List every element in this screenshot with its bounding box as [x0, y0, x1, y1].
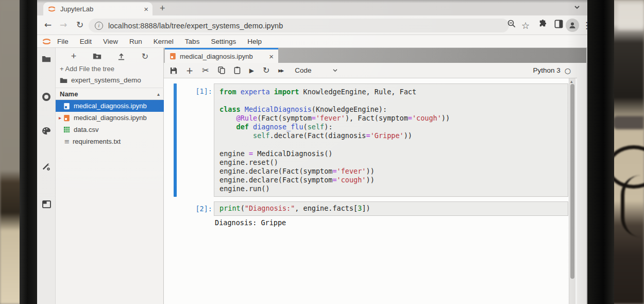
jupyter-logo-icon — [42, 37, 52, 46]
tab-strip-chevron-down-icon[interactable] — [574, 5, 580, 9]
file-row[interactable]: ≡ requirements.txt — [56, 136, 164, 147]
file-browser-panel — [56, 48, 164, 304]
sort-ascending-icon[interactable]: ▴ — [157, 91, 160, 97]
code-line: from experta import KnowledgeEngine, Rul… — [219, 88, 563, 96]
text-file-icon: ≡ — [63, 138, 71, 145]
code-line: engine = MedicalDiagnosis() — [219, 149, 563, 158]
browser-tab-title: JupyterLab — [60, 5, 144, 13]
forward-button[interactable]: → — [60, 20, 67, 30]
name-header-label: Name — [60, 90, 78, 98]
running-sessions-icon[interactable] — [41, 92, 52, 102]
file-name: medical_diagnosis.ipynb — [74, 114, 147, 122]
paste-cells-button[interactable] — [234, 66, 241, 74]
code-line: engine.reset() — [219, 158, 563, 167]
notebook-file-icon — [63, 114, 70, 122]
browser-tab[interactable]: JupyterLab × — [43, 2, 152, 15]
breadcrumb-folder-name: expert_systems_demo — [71, 76, 141, 84]
add-file-label[interactable]: + Add File the tree — [60, 65, 114, 73]
code-cell-input[interactable]: print("Diagnosis:", engine.facts[3]) — [214, 201, 568, 216]
url-text: localhost:8888/lab/tree/expert_systems_d… — [108, 22, 283, 30]
restart-run-all-button[interactable]: ▸▸ — [278, 66, 283, 74]
browser-menu-icon[interactable]: ⋮ — [582, 20, 587, 30]
cut-cells-button[interactable]: ✂ — [202, 65, 209, 75]
notebook-tab[interactable]: medical_diagnosis.ipynb × — [165, 48, 278, 63]
kernel-name[interactable]: Python 3 — [533, 66, 560, 74]
activity-bar — [37, 48, 56, 304]
reload-button[interactable]: ↻ — [76, 20, 83, 30]
menu-run[interactable]: Run — [124, 38, 148, 45]
menu-settings[interactable]: Settings — [205, 38, 242, 45]
cell-type-dropdown[interactable]: Code — [295, 66, 311, 74]
menu-kernel[interactable]: Kernel — [148, 38, 179, 45]
notebook-file-icon — [63, 103, 70, 110]
notebook-scrollbar-thumb[interactable] — [570, 84, 574, 279]
right-sidebar-strip — [586, 48, 587, 304]
zoom-icon[interactable] — [507, 19, 516, 28]
refresh-file-list-button[interactable]: ↻ — [142, 52, 148, 61]
laptop-bezel-left — [20, 0, 37, 304]
side-panel-icon[interactable] — [554, 20, 563, 28]
bookmark-star-icon[interactable]: ☆ — [521, 20, 530, 31]
new-launcher-button[interactable]: + — [71, 51, 77, 62]
file-name: medical_diagnosis.ipynb — [74, 102, 147, 110]
file-browser-toolbar: + ↻ — [56, 49, 164, 63]
add-cell-button[interactable]: + — [186, 65, 193, 76]
code-line: engine.run() — [219, 184, 563, 193]
run-cell-button[interactable]: ▶ — [249, 67, 254, 74]
jupyterlab-menubar: File Edit View Run Kernel Tabs Settings … — [37, 35, 587, 48]
notebook-toolbar: + ✂ ▶ ↻ ▸▸ Code Python 3 ○ — [164, 63, 577, 78]
close-tab-icon[interactable]: × — [144, 5, 148, 13]
jupyter-favicon — [47, 5, 56, 13]
extension-manager-panel-icon[interactable] — [41, 199, 52, 209]
file-name: data.csv — [74, 126, 98, 133]
command-palette-icon[interactable] — [41, 126, 52, 136]
code-line: def diagnose_flu(self): — [219, 123, 563, 131]
menu-view[interactable]: View — [97, 38, 124, 45]
breadcrumb[interactable]: expert_systems_demo — [60, 76, 141, 84]
menu-tabs[interactable]: Tabs — [179, 38, 206, 45]
cell-type-chevron-down-icon[interactable] — [332, 69, 338, 72]
save-button[interactable] — [170, 67, 177, 74]
csv-file-icon — [63, 126, 70, 133]
file-browser-tab-icon[interactable] — [41, 54, 52, 64]
menu-help[interactable]: Help — [242, 38, 267, 45]
laptop-screen: JupyterLab × + ← → ↻ i localhost:8888/la… — [37, 0, 587, 304]
code-line — [219, 141, 563, 149]
new-tab-button[interactable]: + — [160, 3, 165, 14]
property-inspector-tools-icon[interactable] — [41, 162, 52, 172]
profile-avatar[interactable] — [566, 19, 579, 32]
cell-prompt: [2]: — [180, 205, 212, 213]
restart-kernel-button[interactable]: ↻ — [263, 65, 269, 75]
background-laptop — [613, 116, 644, 129]
back-button[interactable]: ← — [44, 20, 52, 30]
background-window-reflection — [617, 3, 644, 30]
photo-of-laptop-screen: JupyterLab × + ← → ↻ i localhost:8888/la… — [0, 0, 644, 304]
menu-edit[interactable]: Edit — [74, 38, 97, 45]
file-row[interactable]: data.csv — [56, 124, 164, 136]
file-row[interactable]: ▸ medical_diagnosis.ipynb — [56, 112, 164, 124]
kernel-status-icon[interactable]: ○ — [565, 66, 571, 75]
code-line: engine.declare(Fact(symptom='fever')) — [219, 167, 563, 176]
menu-file[interactable]: File — [52, 38, 74, 45]
new-folder-button[interactable] — [93, 53, 101, 60]
laptop-bezel-right — [587, 0, 614, 304]
code-line: print("Diagnosis:", engine.facts[3]) — [219, 204, 563, 213]
cell-output-text: Diagnosis: Grippe — [215, 218, 286, 227]
code-line: engine.declare(Fact(symptom='cough')) — [219, 176, 563, 184]
name-column-header[interactable]: Name ▴ — [56, 88, 164, 100]
selected-cell-indicator-bar — [174, 83, 177, 197]
code-cell-input[interactable]: from experta import KnowledgeEngine, Rul… — [214, 83, 568, 197]
close-notebook-tab-icon[interactable]: × — [269, 53, 274, 60]
url-bar[interactable]: i localhost:8888/lab/tree/expert_systems… — [89, 19, 509, 32]
code-line: @Rule(Fact(symptom='fever'), Fact(sympto… — [219, 114, 563, 123]
file-row-selected[interactable]: medical_diagnosis.ipynb — [56, 100, 164, 112]
code-line: self.declare(Fact(diagnosis='Grippe')) — [219, 131, 563, 140]
site-info-icon[interactable]: i — [95, 22, 103, 30]
upload-button[interactable] — [117, 53, 125, 60]
extensions-puzzle-icon[interactable] — [538, 19, 548, 29]
copy-cells-button[interactable] — [218, 66, 225, 74]
running-kernel-marker-icon: ▸ — [59, 115, 63, 121]
scroll-up-icon[interactable]: ▴ — [570, 79, 573, 84]
background-cable — [621, 175, 644, 237]
code-line — [219, 96, 563, 105]
